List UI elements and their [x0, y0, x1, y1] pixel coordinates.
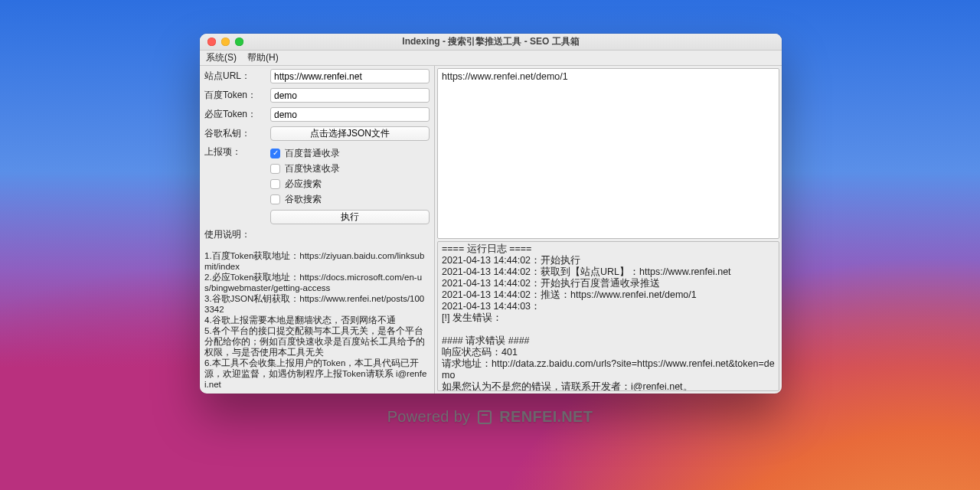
footer: Powered by RENFEI.NET [0, 408, 980, 426]
bing-token-label: 必应Token： [204, 108, 270, 121]
powered-by-label: Powered by [387, 408, 471, 426]
brand-name: RENFEI.NET [499, 408, 593, 426]
app-window: Indexing - 搜索引擎推送工具 - SEO 工具箱 系统(S) 帮助(H… [200, 34, 782, 394]
window-title: Indexing - 搜索引擎推送工具 - SEO 工具箱 [200, 35, 782, 48]
check-label: 百度普通收录 [285, 147, 340, 160]
window-body: 站点URL： 百度Token： 必应Token： 谷歌私钥： 点击选择JSON文… [200, 66, 782, 394]
left-panel: 站点URL： 百度Token： 必应Token： 谷歌私钥： 点击选择JSON文… [200, 66, 435, 394]
baidu-token-label: 百度Token： [204, 89, 270, 102]
report-checks: 百度普通收录 百度快速收录 必应搜索 谷歌搜索 执行 [270, 145, 430, 224]
urls-textarea[interactable]: https://www.renfei.net/demo/1 [437, 68, 779, 239]
check-google[interactable]: 谷歌搜索 [270, 191, 430, 207]
instructions: 使用说明： 1.百度Token获取地址：https://ziyuan.baidu… [204, 229, 430, 390]
right-panel: https://www.renfei.net/demo/1 ==== 运行日志 … [435, 66, 782, 394]
google-key-label: 谷歌私钥： [204, 127, 270, 140]
instructions-text: 1.百度Token获取地址：https://ziyuan.baidu.com/l… [204, 250, 428, 390]
site-url-input[interactable] [270, 69, 430, 83]
check-label: 谷歌搜索 [285, 193, 322, 206]
report-label: 上报项： [204, 145, 270, 158]
checkbox-icon[interactable] [270, 194, 280, 204]
menu-system[interactable]: 系统(S) [206, 51, 237, 64]
baidu-token-input[interactable] [270, 88, 430, 103]
check-bing[interactable]: 必应搜索 [270, 176, 430, 191]
bing-token-input[interactable] [270, 107, 430, 122]
titlebar[interactable]: Indexing - 搜索引擎推送工具 - SEO 工具箱 [200, 34, 782, 51]
check-label: 百度快速收录 [285, 162, 340, 175]
check-label: 必应搜索 [285, 178, 322, 191]
instructions-label: 使用说明： [204, 229, 428, 240]
execute-button[interactable]: 执行 [270, 210, 430, 224]
menu-help[interactable]: 帮助(H) [247, 51, 279, 64]
menubar: 系统(S) 帮助(H) [200, 51, 782, 66]
check-baidu-fast[interactable]: 百度快速收录 [270, 161, 430, 176]
log-output[interactable]: ==== 运行日志 ==== 2021-04-13 14:44:02：开始执行 … [437, 241, 779, 391]
choose-json-button[interactable]: 点击选择JSON文件 [270, 126, 430, 141]
site-url-label: 站点URL： [204, 70, 270, 83]
checkbox-icon[interactable] [270, 164, 280, 174]
checkbox-icon[interactable] [270, 179, 280, 189]
check-baidu-normal[interactable]: 百度普通收录 [270, 145, 430, 161]
brand-logo-icon [478, 410, 492, 424]
checkbox-icon[interactable] [270, 149, 280, 158]
